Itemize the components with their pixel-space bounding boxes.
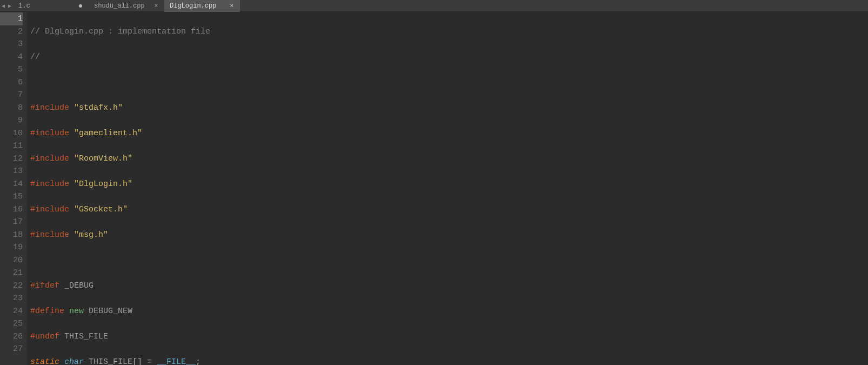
line-number: 2 [0,25,23,38]
line-number: 19 [0,241,23,254]
line-number: 18 [0,229,23,242]
line-number: 23 [0,292,23,305]
line-number: 25 [0,317,23,330]
line-number: 9 [0,114,23,127]
nav-forward-icon[interactable]: ▶ [6,0,13,12]
close-icon[interactable]: × [229,3,235,9]
tab-bar: ◀ ▶ 1.c shudu_all.cpp × DlgLogin.cpp × [0,0,868,12]
line-number: 1 [0,12,23,25]
line-number: 22 [0,280,23,293]
line-number: 13 [0,165,23,178]
nav-back-icon[interactable]: ◀ [0,0,6,12]
line-number: 14 [0,178,23,191]
line-number: 3 [0,38,23,51]
line-number: 5 [0,63,23,76]
tab-shudu[interactable]: shudu_all.cpp × [89,0,164,12]
line-number: 8 [0,102,23,115]
line-number: 10 [0,127,23,140]
line-number: 17 [0,216,23,229]
tab-label: shudu_all.cpp [94,2,145,10]
line-number: 7 [0,89,23,102]
line-number: 11 [0,140,23,152]
tab-dlglogin[interactable]: DlgLogin.cpp × [164,0,240,12]
line-number: 6 [0,76,23,89]
modified-dot-icon [79,4,82,8]
line-number: 16 [0,203,23,216]
code-pane[interactable]: // DlgLogin.cpp : implementation file //… [27,12,868,365]
line-number: 21 [0,267,23,280]
line-number: 20 [0,254,23,267]
line-gutter: 1234567891011121314151617181920212223242… [0,12,27,365]
line-number: 4 [0,51,23,64]
close-icon[interactable]: × [153,3,159,9]
editor: 1234567891011121314151617181920212223242… [0,12,868,365]
line-number: 12 [0,152,23,165]
line-number: 27 [0,343,23,356]
tab-1c[interactable]: 1.c [13,0,89,12]
line-number: 24 [0,305,23,318]
line-number: 26 [0,330,23,343]
tab-label: 1.c [18,2,30,10]
tab-label: DlgLogin.cpp [170,2,216,10]
line-number: 15 [0,190,23,203]
